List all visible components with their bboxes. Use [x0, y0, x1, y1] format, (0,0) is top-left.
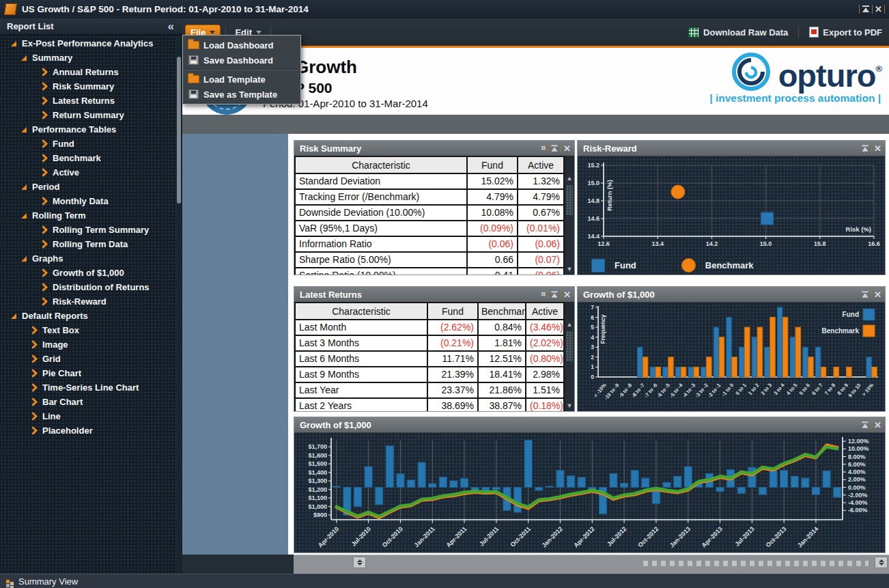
tree-item-return-summary[interactable]: Return Summary [0, 108, 175, 122]
scroll-down-icon[interactable]: ▼ [565, 401, 574, 410]
hist-bar-benchmark[interactable] [681, 367, 686, 377]
monthly-return-bar[interactable] [802, 478, 809, 488]
hist-bar-fund[interactable] [726, 318, 732, 377]
column-header-fund[interactable]: Fund [467, 156, 518, 173]
monthly-return-bar[interactable] [524, 440, 532, 487]
hist-bar-benchmark[interactable] [795, 327, 801, 377]
hist-bar-benchmark[interactable] [655, 367, 661, 377]
tree-item-annual-returns[interactable]: Annual Returns [0, 65, 175, 79]
monthly-return-bar[interactable] [376, 488, 383, 505]
monthly-return-bar[interactable] [418, 462, 425, 488]
tree-item-growth-of-1-000[interactable]: Growth of $1,000 [0, 266, 175, 280]
point-fund[interactable] [761, 212, 774, 225]
column-header-fund[interactable]: Fund [427, 303, 478, 320]
table-row[interactable]: Information Ratio(0.06)(0.06) [295, 236, 564, 252]
monthly-return-bar[interactable] [780, 471, 788, 488]
collapse-sidebar-icon[interactable]: « [168, 22, 182, 31]
monthly-return-bar[interactable] [621, 483, 628, 487]
monthly-return-bar[interactable] [716, 488, 724, 492]
monthly-return-bar[interactable] [812, 488, 819, 495]
hist-bar-benchmark[interactable] [847, 367, 852, 377]
monthly-return-bar[interactable] [610, 473, 617, 487]
tree-item-active[interactable]: Active [0, 165, 175, 180]
tree-item-risk-summary[interactable]: Risk Summary [0, 79, 175, 94]
sidebar-scrollbar[interactable] [176, 36, 182, 572]
monthly-return-bar[interactable] [365, 466, 372, 487]
table-row[interactable]: VaR (95%,1 Days)(0.09%)(0.01%) [295, 221, 564, 236]
monthly-return-bar[interactable] [546, 486, 553, 488]
tree-item-graphs[interactable]: Graphs [0, 251, 175, 266]
column-header-characteristic[interactable]: Characteristic [295, 303, 427, 320]
hist-bar-fund[interactable] [650, 367, 655, 377]
table-scrollbar[interactable]: ▲ ▼ [565, 319, 574, 411]
splitter-handle[interactable] [353, 557, 366, 568]
hist-bar-fund[interactable] [714, 327, 719, 377]
monthly-return-bar[interactable] [770, 471, 777, 488]
close-panel-icon[interactable]: ✕ [874, 290, 881, 299]
monthly-return-bar[interactable] [578, 477, 585, 488]
monthly-return-bar[interactable] [450, 481, 457, 488]
pin-panel-icon[interactable] [551, 144, 559, 152]
pin-panel-icon[interactable] [551, 290, 559, 298]
tree-item-latest-returns[interactable]: Latest Returns [0, 94, 175, 108]
hist-bar-fund[interactable] [675, 367, 681, 377]
monthly-return-bar[interactable] [354, 488, 362, 507]
monthly-return-bar[interactable] [408, 480, 415, 488]
hist-bar-benchmark[interactable] [834, 367, 839, 377]
table-row[interactable]: Downside Deviation (10.00%)10.08%0.67% [295, 205, 564, 221]
tree-item-performance-tables[interactable]: Performance Tables [0, 122, 175, 137]
monthly-return-bar[interactable] [631, 471, 638, 488]
tree-item-pie-chart[interactable]: Pie Chart [0, 366, 175, 380]
tree-item-rolling-term[interactable]: Rolling Term [0, 208, 175, 223]
tree-item-line[interactable]: Line [0, 409, 175, 423]
hist-bar-fund[interactable] [765, 347, 770, 377]
tree-item-period[interactable]: Period [0, 180, 175, 194]
pin-window-icon[interactable] [862, 5, 870, 14]
hist-bar-benchmark[interactable] [694, 367, 699, 377]
hist-bar-benchmark[interactable] [643, 357, 648, 377]
table-row[interactable]: Sharpe Ratio (5.00%)0.66(0.07) [295, 252, 564, 268]
tree-item-distribution-of-returns[interactable]: Distribution of Returns [0, 280, 175, 294]
monthly-return-bar[interactable] [674, 476, 681, 487]
panel-titlebar[interactable]: Risk Summary ¤ ✕ [294, 141, 574, 156]
monthly-return-bar[interactable] [386, 446, 393, 488]
float-panel-icon[interactable]: ¤ [541, 144, 546, 152]
tree-item-image[interactable]: Image [0, 337, 175, 352]
hist-bar-fund[interactable] [663, 367, 668, 377]
hist-bar-fund[interactable] [815, 347, 821, 377]
hist-bar-benchmark[interactable] [707, 357, 712, 377]
menu-item-load-template[interactable]: Load Template [183, 72, 300, 87]
tree-item-summary[interactable]: Summary [0, 51, 175, 65]
monthly-return-bar[interactable] [823, 471, 830, 487]
hist-bar-benchmark[interactable] [821, 367, 826, 377]
hist-bar-fund[interactable] [752, 337, 757, 377]
column-header-active[interactable]: Active [526, 303, 564, 320]
scroll-up-icon[interactable]: ▲ [565, 173, 574, 183]
tree-item-bar-chart[interactable]: Bar Chart [0, 395, 175, 409]
close-panel-icon[interactable]: ✕ [874, 144, 881, 153]
hist-bar-benchmark[interactable] [745, 327, 750, 377]
hist-bar-fund[interactable] [790, 337, 795, 377]
monthly-return-bar[interactable] [684, 466, 692, 487]
hist-bar-benchmark[interactable] [770, 318, 776, 377]
pin-panel-icon[interactable] [862, 290, 869, 298]
column-header-benchmark[interactable]: Benchmark [478, 303, 526, 320]
tree-item-text-box[interactable]: Text Box [0, 323, 175, 337]
scrollbar-thumb[interactable] [566, 185, 573, 215]
hist-bar-fund[interactable] [688, 367, 694, 377]
monthly-return-bar[interactable] [397, 474, 404, 488]
hist-bar-benchmark[interactable] [808, 357, 814, 377]
download-raw-data-button[interactable]: Download Raw Data [688, 27, 788, 38]
monthly-return-bar[interactable] [759, 488, 766, 495]
tree-item-benchmark[interactable]: Benchmark [0, 151, 175, 165]
tree-item-grid[interactable]: Grid [0, 352, 175, 366]
table-row[interactable]: Last 6 Months11.71%12.51%(0.80%) [295, 351, 564, 367]
monthly-return-bar[interactable] [791, 476, 798, 487]
table-row[interactable]: Last 2 Years38.69%38.87%(0.18%) [295, 398, 564, 411]
hist-bar-benchmark[interactable] [872, 367, 877, 377]
hist-bar-benchmark[interactable] [668, 357, 674, 377]
sidebar-scrollbar-thumb[interactable] [177, 57, 181, 204]
close-panel-icon[interactable]: ✕ [563, 144, 571, 153]
close-window-icon[interactable]: ✕ [875, 5, 882, 14]
pin-panel-icon[interactable] [862, 144, 869, 152]
